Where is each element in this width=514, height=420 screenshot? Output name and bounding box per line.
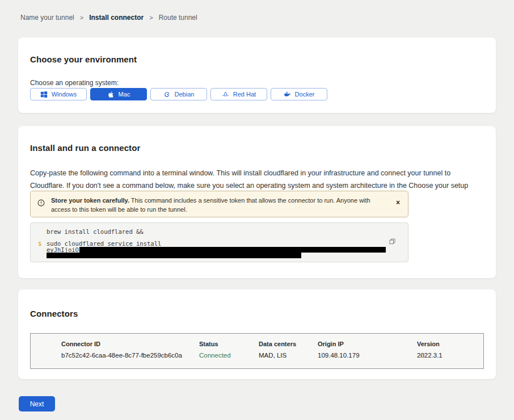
install-command-code-block: brew install cloudflared && $ sudo cloud…	[30, 222, 408, 262]
os-button-label: Windows	[52, 91, 77, 98]
warning-triangle-icon: ⚠	[419, 352, 425, 359]
code-line-brew: brew install cloudflared &&	[47, 228, 144, 235]
install-card-title: Install and run a connector	[30, 143, 140, 153]
origin-ip-value: 109.48.10.179	[318, 352, 360, 359]
header-connector-id: Connector ID	[61, 341, 100, 347]
breadcrumb-install-connector[interactable]: Install connector	[89, 14, 144, 22]
os-button-windows[interactable]: Windows	[30, 88, 87, 100]
close-icon[interactable]: ×	[396, 199, 400, 206]
os-button-docker[interactable]: Docker	[271, 88, 327, 100]
header-data-centers: Data centers	[259, 341, 296, 347]
warning-bold-text: Store your token carefully.	[51, 197, 129, 204]
header-origin-ip: Origin IP	[318, 341, 344, 347]
os-select-label: Choose an operating system:	[30, 79, 119, 87]
os-button-label: Docker	[295, 91, 315, 98]
connectors-table: Connector ID Status Data centers Origin …	[30, 333, 484, 369]
copy-icon[interactable]	[389, 238, 396, 245]
header-version: Version	[417, 341, 440, 347]
breadcrumb: Name your tunnel > Install connector > R…	[20, 14, 197, 22]
redhat-logo-icon	[222, 91, 229, 98]
os-button-redhat[interactable]: Red Hat	[210, 88, 267, 100]
os-button-row: Windows Mac Debian Red Hat Docker	[30, 88, 327, 100]
connectors-card: Connectors Connector ID Status Data cent…	[18, 289, 496, 379]
header-status: Status	[199, 341, 218, 347]
shell-prompt: $	[38, 240, 41, 247]
windows-logo-icon	[40, 91, 48, 98]
os-button-label: Debian	[175, 91, 195, 98]
apple-logo-icon	[107, 91, 115, 98]
os-button-debian[interactable]: Debian	[150, 88, 207, 100]
breadcrumb-route-tunnel[interactable]: Route tunnel	[159, 14, 197, 22]
status-badge: Connected	[199, 352, 231, 359]
os-button-label: Mac	[119, 91, 130, 98]
redacted-token-bar	[47, 253, 301, 258]
choose-environment-card: Choose your environment Choose an operat…	[18, 37, 496, 113]
breadcrumb-name-your-tunnel[interactable]: Name your tunnel	[20, 14, 74, 22]
os-button-mac[interactable]: Mac	[90, 88, 147, 100]
breadcrumb-separator: >	[80, 14, 83, 21]
environment-card-title: Choose your environment	[30, 54, 137, 64]
alert-circle-icon	[37, 199, 45, 207]
install-connector-card: Install and run a connector Copy-paste t…	[18, 126, 496, 278]
docker-logo-icon	[284, 91, 291, 98]
connectors-card-title: Connectors	[30, 309, 78, 318]
connector-id-value: b7c52c42-6caa-48ee-8c77-fbe259cb6c0a	[61, 352, 182, 359]
redacted-token-bar	[79, 247, 386, 253]
debian-logo-icon	[163, 91, 171, 98]
breadcrumb-separator: >	[149, 14, 153, 21]
next-button[interactable]: Next	[19, 396, 55, 411]
data-centers-value: MAD, LIS	[259, 352, 287, 359]
os-button-label: Red Hat	[233, 91, 256, 98]
token-warning-banner: Store your token carefully. This command…	[30, 191, 408, 217]
